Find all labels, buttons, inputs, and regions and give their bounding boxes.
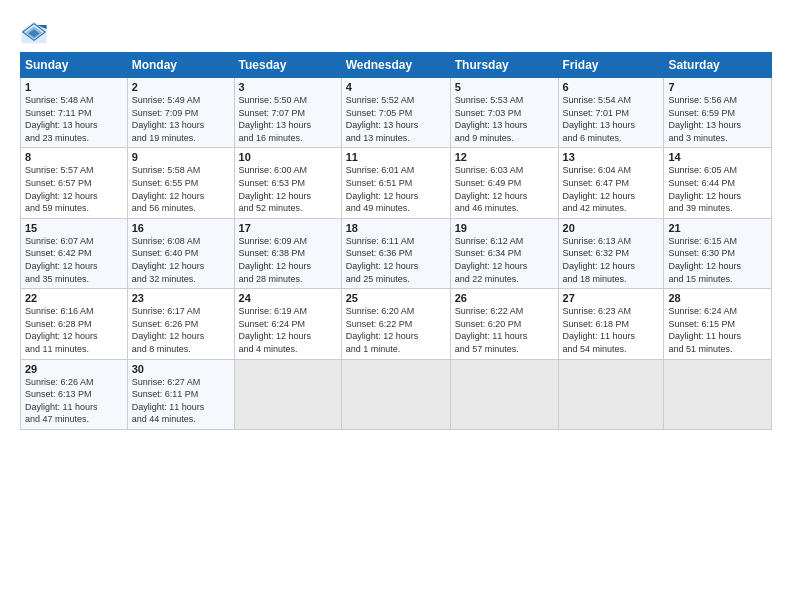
calendar-header-friday: Friday xyxy=(558,53,664,78)
calendar-cell: 2Sunrise: 5:49 AM Sunset: 7:09 PM Daylig… xyxy=(127,78,234,148)
calendar-cell: 9Sunrise: 5:58 AM Sunset: 6:55 PM Daylig… xyxy=(127,148,234,218)
day-number: 29 xyxy=(25,363,123,375)
day-detail: Sunrise: 6:17 AM Sunset: 6:26 PM Dayligh… xyxy=(132,305,230,355)
day-detail: Sunrise: 6:22 AM Sunset: 6:20 PM Dayligh… xyxy=(455,305,554,355)
day-number: 13 xyxy=(563,151,660,163)
day-number: 21 xyxy=(668,222,767,234)
calendar-cell: 4Sunrise: 5:52 AM Sunset: 7:05 PM Daylig… xyxy=(341,78,450,148)
day-detail: Sunrise: 6:16 AM Sunset: 6:28 PM Dayligh… xyxy=(25,305,123,355)
day-number: 11 xyxy=(346,151,446,163)
calendar-cell: 14Sunrise: 6:05 AM Sunset: 6:44 PM Dayli… xyxy=(664,148,772,218)
day-detail: Sunrise: 5:49 AM Sunset: 7:09 PM Dayligh… xyxy=(132,94,230,144)
day-detail: Sunrise: 5:52 AM Sunset: 7:05 PM Dayligh… xyxy=(346,94,446,144)
day-detail: Sunrise: 6:11 AM Sunset: 6:36 PM Dayligh… xyxy=(346,235,446,285)
day-number: 27 xyxy=(563,292,660,304)
calendar-cell: 24Sunrise: 6:19 AM Sunset: 6:24 PM Dayli… xyxy=(234,289,341,359)
calendar-header-row: SundayMondayTuesdayWednesdayThursdayFrid… xyxy=(21,53,772,78)
day-detail: Sunrise: 6:03 AM Sunset: 6:49 PM Dayligh… xyxy=(455,164,554,214)
day-detail: Sunrise: 6:08 AM Sunset: 6:40 PM Dayligh… xyxy=(132,235,230,285)
day-detail: Sunrise: 6:05 AM Sunset: 6:44 PM Dayligh… xyxy=(668,164,767,214)
calendar-cell xyxy=(664,359,772,429)
calendar-cell xyxy=(558,359,664,429)
day-number: 2 xyxy=(132,81,230,93)
day-number: 25 xyxy=(346,292,446,304)
calendar-cell: 30Sunrise: 6:27 AM Sunset: 6:11 PM Dayli… xyxy=(127,359,234,429)
calendar-table: SundayMondayTuesdayWednesdayThursdayFrid… xyxy=(20,52,772,430)
day-number: 12 xyxy=(455,151,554,163)
calendar-cell: 16Sunrise: 6:08 AM Sunset: 6:40 PM Dayli… xyxy=(127,218,234,288)
calendar-cell: 23Sunrise: 6:17 AM Sunset: 6:26 PM Dayli… xyxy=(127,289,234,359)
logo xyxy=(20,18,52,46)
day-detail: Sunrise: 5:50 AM Sunset: 7:07 PM Dayligh… xyxy=(239,94,337,144)
calendar-cell: 8Sunrise: 5:57 AM Sunset: 6:57 PM Daylig… xyxy=(21,148,128,218)
calendar-cell: 27Sunrise: 6:23 AM Sunset: 6:18 PM Dayli… xyxy=(558,289,664,359)
day-number: 23 xyxy=(132,292,230,304)
day-detail: Sunrise: 6:13 AM Sunset: 6:32 PM Dayligh… xyxy=(563,235,660,285)
calendar-cell: 18Sunrise: 6:11 AM Sunset: 6:36 PM Dayli… xyxy=(341,218,450,288)
calendar-week-3: 15Sunrise: 6:07 AM Sunset: 6:42 PM Dayli… xyxy=(21,218,772,288)
logo-icon xyxy=(20,18,48,46)
day-number: 1 xyxy=(25,81,123,93)
calendar-week-5: 29Sunrise: 6:26 AM Sunset: 6:13 PM Dayli… xyxy=(21,359,772,429)
day-detail: Sunrise: 6:20 AM Sunset: 6:22 PM Dayligh… xyxy=(346,305,446,355)
day-detail: Sunrise: 6:27 AM Sunset: 6:11 PM Dayligh… xyxy=(132,376,230,426)
calendar-cell: 6Sunrise: 5:54 AM Sunset: 7:01 PM Daylig… xyxy=(558,78,664,148)
calendar-week-4: 22Sunrise: 6:16 AM Sunset: 6:28 PM Dayli… xyxy=(21,289,772,359)
day-number: 5 xyxy=(455,81,554,93)
calendar-header-sunday: Sunday xyxy=(21,53,128,78)
day-detail: Sunrise: 5:48 AM Sunset: 7:11 PM Dayligh… xyxy=(25,94,123,144)
calendar-header-saturday: Saturday xyxy=(664,53,772,78)
calendar-cell: 5Sunrise: 5:53 AM Sunset: 7:03 PM Daylig… xyxy=(450,78,558,148)
calendar-cell: 12Sunrise: 6:03 AM Sunset: 6:49 PM Dayli… xyxy=(450,148,558,218)
calendar-cell: 1Sunrise: 5:48 AM Sunset: 7:11 PM Daylig… xyxy=(21,78,128,148)
day-detail: Sunrise: 5:58 AM Sunset: 6:55 PM Dayligh… xyxy=(132,164,230,214)
calendar-cell xyxy=(234,359,341,429)
day-detail: Sunrise: 6:09 AM Sunset: 6:38 PM Dayligh… xyxy=(239,235,337,285)
day-number: 4 xyxy=(346,81,446,93)
day-number: 9 xyxy=(132,151,230,163)
calendar-cell: 28Sunrise: 6:24 AM Sunset: 6:15 PM Dayli… xyxy=(664,289,772,359)
day-detail: Sunrise: 5:56 AM Sunset: 6:59 PM Dayligh… xyxy=(668,94,767,144)
day-detail: Sunrise: 5:53 AM Sunset: 7:03 PM Dayligh… xyxy=(455,94,554,144)
calendar-cell: 10Sunrise: 6:00 AM Sunset: 6:53 PM Dayli… xyxy=(234,148,341,218)
header xyxy=(20,18,772,46)
day-detail: Sunrise: 6:04 AM Sunset: 6:47 PM Dayligh… xyxy=(563,164,660,214)
day-number: 3 xyxy=(239,81,337,93)
day-detail: Sunrise: 6:26 AM Sunset: 6:13 PM Dayligh… xyxy=(25,376,123,426)
day-number: 22 xyxy=(25,292,123,304)
day-number: 7 xyxy=(668,81,767,93)
day-number: 18 xyxy=(346,222,446,234)
day-detail: Sunrise: 6:12 AM Sunset: 6:34 PM Dayligh… xyxy=(455,235,554,285)
calendar-cell: 11Sunrise: 6:01 AM Sunset: 6:51 PM Dayli… xyxy=(341,148,450,218)
day-number: 17 xyxy=(239,222,337,234)
calendar-header-monday: Monday xyxy=(127,53,234,78)
calendar-cell: 15Sunrise: 6:07 AM Sunset: 6:42 PM Dayli… xyxy=(21,218,128,288)
day-number: 30 xyxy=(132,363,230,375)
day-detail: Sunrise: 5:57 AM Sunset: 6:57 PM Dayligh… xyxy=(25,164,123,214)
day-number: 26 xyxy=(455,292,554,304)
calendar-cell: 17Sunrise: 6:09 AM Sunset: 6:38 PM Dayli… xyxy=(234,218,341,288)
calendar-cell: 13Sunrise: 6:04 AM Sunset: 6:47 PM Dayli… xyxy=(558,148,664,218)
calendar-cell: 29Sunrise: 6:26 AM Sunset: 6:13 PM Dayli… xyxy=(21,359,128,429)
day-detail: Sunrise: 6:23 AM Sunset: 6:18 PM Dayligh… xyxy=(563,305,660,355)
page: SundayMondayTuesdayWednesdayThursdayFrid… xyxy=(0,0,792,612)
day-detail: Sunrise: 6:01 AM Sunset: 6:51 PM Dayligh… xyxy=(346,164,446,214)
day-number: 6 xyxy=(563,81,660,93)
day-detail: Sunrise: 6:00 AM Sunset: 6:53 PM Dayligh… xyxy=(239,164,337,214)
calendar-cell: 3Sunrise: 5:50 AM Sunset: 7:07 PM Daylig… xyxy=(234,78,341,148)
calendar-cell xyxy=(450,359,558,429)
day-number: 8 xyxy=(25,151,123,163)
calendar-cell: 22Sunrise: 6:16 AM Sunset: 6:28 PM Dayli… xyxy=(21,289,128,359)
day-number: 14 xyxy=(668,151,767,163)
calendar-header-thursday: Thursday xyxy=(450,53,558,78)
calendar-cell xyxy=(341,359,450,429)
day-number: 24 xyxy=(239,292,337,304)
day-number: 15 xyxy=(25,222,123,234)
day-number: 10 xyxy=(239,151,337,163)
calendar-header-tuesday: Tuesday xyxy=(234,53,341,78)
calendar-week-1: 1Sunrise: 5:48 AM Sunset: 7:11 PM Daylig… xyxy=(21,78,772,148)
calendar-cell: 7Sunrise: 5:56 AM Sunset: 6:59 PM Daylig… xyxy=(664,78,772,148)
day-detail: Sunrise: 6:15 AM Sunset: 6:30 PM Dayligh… xyxy=(668,235,767,285)
calendar-cell: 26Sunrise: 6:22 AM Sunset: 6:20 PM Dayli… xyxy=(450,289,558,359)
calendar-cell: 21Sunrise: 6:15 AM Sunset: 6:30 PM Dayli… xyxy=(664,218,772,288)
